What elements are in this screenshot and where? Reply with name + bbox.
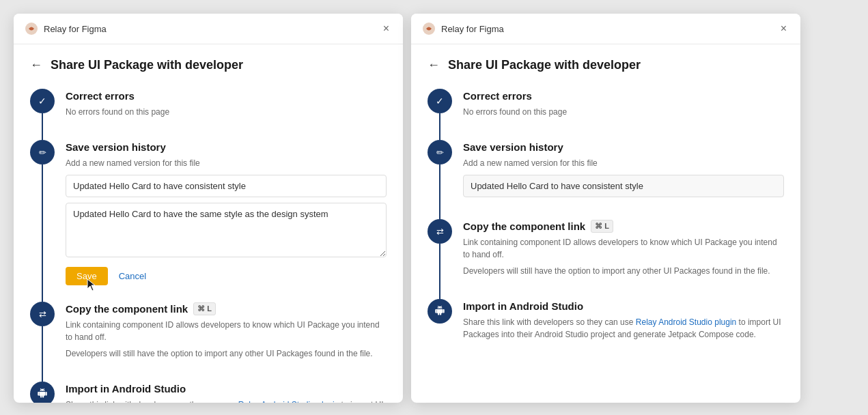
right-step-title-errors: Correct errors: [463, 89, 784, 103]
step-left-col-2: ✏: [30, 140, 55, 302]
shortcut-badge-left: ⌘ L: [193, 302, 216, 315]
step-copy-link-right: ⇄ Copy the component link ⌘ L Link conta…: [428, 219, 784, 299]
right-step-line-2: [439, 164, 440, 219]
left-panel-content: ← Share UI Package with developer ✓ Corr…: [14, 44, 403, 403]
android-icon-left: [36, 388, 48, 400]
right-step-right-3: Copy the component link ⌘ L Link contain…: [463, 219, 784, 299]
steps-container-right: ✓ Correct errors No errors found on this…: [428, 89, 784, 352]
save-button[interactable]: Save: [66, 267, 108, 285]
step-title-save-left: Save version history: [66, 140, 387, 154]
right-step-title-link: Copy the component link ⌘ L: [463, 219, 784, 233]
right-version-name-display: Updated Hello Card to have consistent st…: [463, 175, 784, 197]
step-line-3-left: [42, 326, 43, 382]
step-title-errors-left: Correct errors: [66, 89, 387, 103]
right-step-left-3: ⇄: [428, 219, 452, 299]
step-desc-errors-left: No errors found on this page: [66, 106, 387, 118]
step-save-version-left: ✏ Save version history Add a new named v…: [30, 140, 387, 302]
right-panel-content: ← Share UI Package with developer ✓ Corr…: [411, 44, 800, 403]
step-android-right: Import in Android Studio Share this link…: [428, 299, 784, 352]
step-right-col-4: Import in Android Studio Share this link…: [66, 382, 387, 403]
step-icon-android-left: [30, 382, 55, 403]
right-step-desc-errors: No errors found on this page: [463, 106, 784, 118]
step-right-col-1: Correct errors No errors found on this p…: [66, 89, 387, 140]
step-copy-link-left: ⇄ Copy the component link ⌘ L Link conta…: [30, 302, 387, 382]
right-step-left-4: [428, 299, 452, 352]
step-left-col-1: ✓: [30, 89, 55, 140]
right-page-title: Share UI Package with developer: [448, 58, 641, 72]
right-step-icon-edit: ✏: [428, 140, 452, 164]
header-left: Relay for Figma: [25, 22, 107, 35]
step-right-col-3: Copy the component link ⌘ L Link contain…: [66, 302, 387, 382]
right-step-desc-link2: Developers will still have the option to…: [463, 265, 784, 277]
step-desc-save-left: Add a new named version for this file: [66, 157, 387, 169]
right-step-line-1: [439, 113, 440, 140]
right-step-title-android: Import in Android Studio: [463, 299, 784, 313]
step-right-col-2: Save version history Add a new named ver…: [66, 140, 387, 302]
step-correct-errors-right: ✓ Correct errors No errors found on this…: [428, 89, 784, 140]
right-step-right-4: Import in Android Studio Share this link…: [463, 299, 784, 352]
cancel-button[interactable]: Cancel: [113, 267, 152, 285]
version-desc-textarea[interactable]: Updated Hello Card to have the same styl…: [66, 203, 387, 257]
step-line-1-left: [42, 113, 43, 140]
left-panel-header: Relay for Figma ×: [14, 14, 403, 44]
step-desc-link1-left: Link containing component ID allows deve…: [66, 319, 387, 343]
right-step-icon-link: ⇄: [428, 219, 452, 244]
step-title-link-left: Copy the component link ⌘ L: [66, 302, 387, 316]
app-title-right: Relay for Figma: [441, 24, 504, 34]
step-correct-errors-left: ✓ Correct errors No errors found on this…: [30, 89, 387, 140]
step-desc-link2-left: Developers will still have the option to…: [66, 347, 387, 360]
step-title-android-left: Import in Android Studio: [66, 382, 387, 396]
step-line-2-left: [42, 164, 43, 302]
left-page-title: Share UI Package with developer: [51, 58, 243, 72]
right-step-desc-link1: Link containing component ID allows deve…: [463, 236, 784, 261]
android-icon-right: [434, 305, 446, 317]
close-button-right[interactable]: ×: [778, 22, 789, 35]
step-icon-link-left: ⇄: [30, 302, 55, 326]
step-icon-edit-left: ✏: [30, 140, 55, 164]
close-button-left[interactable]: ×: [380, 22, 392, 35]
version-name-input[interactable]: [66, 175, 387, 197]
steps-container-left: ✓ Correct errors No errors found on this…: [30, 89, 387, 403]
relay-brand-icon-right: [422, 22, 436, 35]
right-step-title-save: Save version history: [463, 140, 784, 154]
back-button-left[interactable]: ←: [30, 58, 42, 72]
step-left-col-4: [30, 382, 55, 403]
right-step-left-2: ✏: [428, 140, 452, 219]
relay-brand-icon: [25, 22, 38, 35]
right-panel: Relay for Figma × ← Share UI Package wit…: [411, 14, 800, 403]
right-panel-header: Relay for Figma ×: [411, 14, 800, 44]
right-header-left: Relay for Figma: [422, 22, 504, 35]
right-step-line-3: [439, 244, 440, 299]
step-desc-android-left: Share this link with developers so they …: [66, 399, 387, 403]
right-step-desc-android: Share this link with developers so they …: [463, 316, 784, 341]
save-btn-wrapper: Save: [66, 267, 108, 285]
right-step-icon-android: [428, 299, 452, 324]
right-page-header: ← Share UI Package with developer: [428, 58, 784, 72]
right-step-right-1: Correct errors No errors found on this p…: [463, 89, 784, 140]
relay-plugin-link-right[interactable]: Relay Android Studio plugin: [636, 317, 736, 327]
step-icon-check-left: ✓: [30, 89, 55, 113]
step-left-col-3: ⇄: [30, 302, 55, 382]
right-step-desc-save: Add a new named version for this file: [463, 157, 784, 169]
relay-plugin-link-left[interactable]: Relay Android Studio plugin: [238, 400, 339, 403]
back-button-right[interactable]: ←: [428, 58, 440, 72]
right-step-left-1: ✓: [428, 89, 452, 140]
step-save-version-right: ✏ Save version history Add a new named v…: [428, 140, 784, 219]
left-panel: Relay for Figma × ← Share UI Package wit…: [14, 14, 403, 403]
right-step-icon-check: ✓: [428, 89, 452, 113]
app-title-left: Relay for Figma: [44, 24, 107, 34]
save-btn-row: Save Cancel: [66, 267, 387, 285]
right-step-right-2: Save version history Add a new named ver…: [463, 140, 784, 219]
left-page-header: ← Share UI Package with developer: [30, 58, 387, 72]
step-android-left: Import in Android Studio Share this link…: [30, 382, 387, 403]
right-shortcut-badge: ⌘ L: [591, 220, 613, 233]
